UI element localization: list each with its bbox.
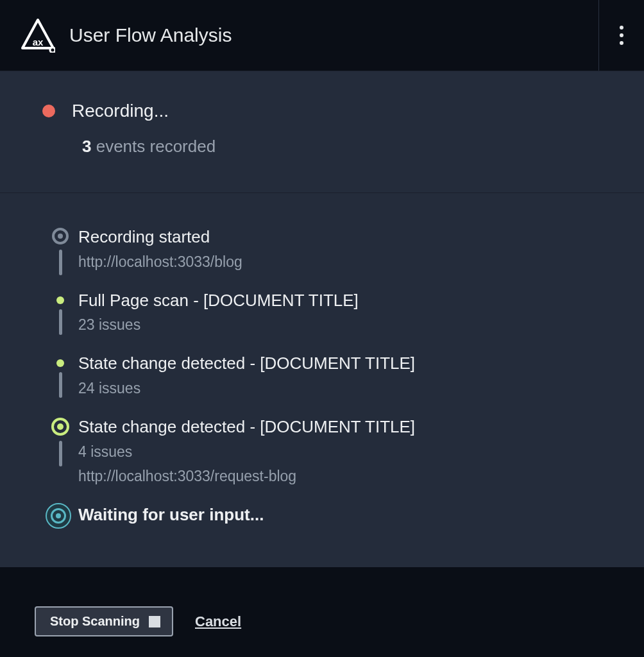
cancel-link[interactable]: Cancel <box>195 613 241 630</box>
timeline-panel: Recording startedhttp://localhost:3033/b… <box>0 193 644 567</box>
timeline-item-title: Waiting for user input... <box>78 504 602 525</box>
status-panel: Recording... 3 events recorded <box>0 71 644 192</box>
timeline-body: Recording startedhttp://localhost:3033/b… <box>78 226 602 290</box>
timeline-item-sub: 23 issues <box>78 314 602 335</box>
timeline-marker-icon <box>46 503 71 529</box>
timeline-marker-icon <box>52 228 69 244</box>
timeline-body: State change detected - [DOCUMENT TITLE]… <box>78 416 602 504</box>
status-row: Recording... <box>42 101 602 121</box>
timeline-item-title: State change detected - [DOCUMENT TITLE] <box>78 353 602 374</box>
recording-indicator-icon <box>42 105 55 117</box>
page-title: User Flow Analysis <box>69 24 232 46</box>
footer: Stop Scanning Cancel <box>0 586 644 657</box>
timeline-marker-icon <box>56 296 64 304</box>
timeline-gutter <box>42 290 78 337</box>
timeline-gutter <box>42 504 78 529</box>
timeline-item-title: State change detected - [DOCUMENT TITLE] <box>78 416 602 438</box>
kebab-icon <box>620 26 623 45</box>
timeline-item-title: Recording started <box>78 226 602 248</box>
more-menu-button[interactable] <box>599 0 644 71</box>
timeline-item-sub: 24 issues <box>78 378 602 398</box>
timeline-marker-icon <box>51 418 69 436</box>
timeline-item: Waiting for user input... <box>42 504 602 529</box>
status-label: Recording... <box>72 101 169 121</box>
svg-point-2 <box>50 47 55 53</box>
timeline-item-sub: http://localhost:3033/request-blog <box>78 466 602 486</box>
events-count-suffix: events recorded <box>96 137 216 156</box>
timeline-body: State change detected - [DOCUMENT TITLE]… <box>78 353 602 416</box>
timeline-connector <box>59 250 62 275</box>
events-count: 3 <box>82 137 91 156</box>
timeline-item: Recording startedhttp://localhost:3033/b… <box>42 226 602 290</box>
timeline-connector <box>59 372 62 398</box>
timeline-body: Full Page scan - [DOCUMENT TITLE]23 issu… <box>78 290 602 354</box>
timeline-connector <box>59 309 62 335</box>
timeline-item-sub: http://localhost:3033/blog <box>78 252 602 272</box>
timeline-connector <box>59 441 62 466</box>
timeline-body: Waiting for user input... <box>78 504 602 525</box>
timeline-item-title: Full Page scan - [DOCUMENT TITLE] <box>78 290 602 311</box>
header: ax User Flow Analysis <box>0 0 644 71</box>
axe-logo-icon: ax <box>21 18 55 53</box>
status-subtext: 3 events recorded <box>82 137 602 157</box>
timeline-item: State change detected - [DOCUMENT TITLE]… <box>42 416 602 504</box>
timeline-item-sub: 4 issues <box>78 441 602 462</box>
timeline-gutter <box>42 226 78 278</box>
timeline-item: Full Page scan - [DOCUMENT TITLE]23 issu… <box>42 290 602 354</box>
timeline-item: State change detected - [DOCUMENT TITLE]… <box>42 353 602 416</box>
stop-scanning-label: Stop Scanning <box>50 614 140 629</box>
timeline-gutter <box>42 353 78 400</box>
timeline-gutter <box>42 416 78 469</box>
stop-icon <box>149 616 160 627</box>
timeline-marker-icon <box>56 359 64 367</box>
stop-scanning-button[interactable]: Stop Scanning <box>35 606 173 636</box>
svg-text:ax: ax <box>33 37 44 47</box>
